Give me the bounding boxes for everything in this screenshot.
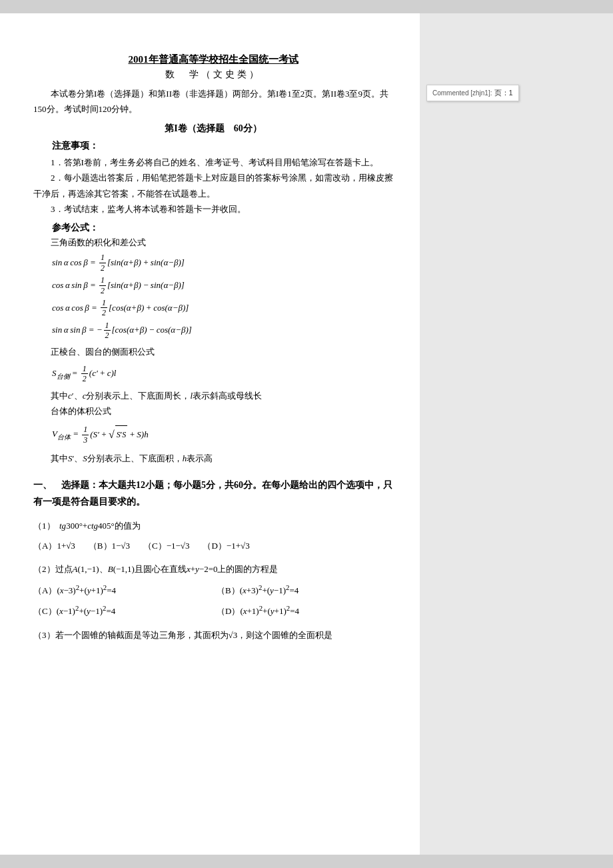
formula-2: cos α sin β = 1 2 [sin(α+β) − sin(α−β)] (52, 275, 393, 295)
comment-label: Commented [zhjn1]: (432, 89, 492, 97)
main-content: 2001年普通高等学校招生全国统一考试 数 学（文史类） 本试卷分第I卷（选择题… (0, 13, 420, 855)
v-formula-explain: 其中S′、S分别表示上、下底面积，h表示高 (33, 451, 393, 466)
main-section: 一、 选择题：本大题共12小题；每小题5分，共60分。在每小题给出的四个选项中，… (33, 477, 393, 643)
notice-3-text: 3．考试结束，监考人将本试卷和答题卡一并收回。 (51, 204, 246, 214)
intro-text: 本试卷分第I卷（选择题）和第II卷（非选择题）两部分。第I卷1至2页。第II卷3… (33, 86, 393, 117)
formula-3-rest: [cos(α+β) + cos(α−β)] (109, 299, 189, 318)
notice-item-2: 2．每小题选出答案后，用铅笔把答题卡上对应题目的答案标号涂黑，如需改动，用橡皮擦… (33, 170, 393, 201)
s-formula: S台侧 = 1 2 (c′ + c)l (52, 364, 393, 384)
frac-1: 1 2 (99, 253, 106, 273)
formula-2-text: cos α sin β = (52, 276, 98, 295)
sqrt-symbol: √ (109, 423, 115, 446)
s-formula-explain: 其中c′、c分别表示上、下底面周长，l表示斜高或母线长 (33, 388, 393, 403)
formula-2-rest: [sin(α+β) − sin(α−β)] (107, 276, 185, 295)
frac-3: 1 2 (101, 298, 107, 318)
frac-v: 1 3 (82, 425, 89, 445)
notice-1-text: 1．答第I卷前，考生务必将自己的姓名、准考证号、考试科目用铅笔涂写在答题卡上。 (51, 157, 378, 167)
formula-1-text: sin α cos β = (52, 253, 98, 273)
volume-formula: V台体 = 1 3 (S′ + √ S′S + S)h (52, 423, 393, 446)
s-formula-rest: (c′ + c)l (89, 364, 117, 383)
formula-1-rest: [sin(α+β) + sin(α−β)] (107, 253, 185, 273)
doc-subtitle: 数 学（文史类） (33, 69, 393, 81)
frac-s: 1 2 (81, 364, 88, 384)
formula-3-text: cos α cos β = (52, 299, 99, 318)
q2-options: （A）(x−3)2+(y+1)2=4 （B）(x+3)2+(y−1)2=4 （C… (33, 581, 393, 619)
q2-option-b: （B）(x+3)2+(y−1)2=4 (217, 581, 393, 599)
q2-text: （2）过点A(1,−1)、B(−1,1)且圆心在直线x+y−2=0上的圆的方程是 (33, 561, 393, 577)
sqrt-content: S′S (115, 425, 128, 443)
part1-title-text: 第I卷（选择题 60分） (165, 123, 261, 133)
formula-1: sin α cos β = 1 2 [sin(α+β) + sin(α−β)] (52, 253, 393, 273)
section-header-text: 一、 选择题：本大题共12小题；每小题5分，共60分。在每小题给出的四个选项中，… (33, 480, 392, 507)
v-formula-end: + S)h (127, 425, 148, 445)
q1-option-a: （A）1+√3 (33, 538, 75, 553)
question-3: （3）若一个圆锥的轴截面是等边三角形，其面积为√3，则这个圆锥的全面积是 (33, 627, 393, 643)
question-2: （2）过点A(1,−1)、B(−1,1)且圆心在直线x+y−2=0上的圆的方程是… (33, 561, 393, 619)
formula-4-rest: [cos(α+β) − cos(α−β)] (112, 321, 192, 340)
lateral-surface-desc: 正棱台、圆台的侧面积公式 (33, 344, 393, 359)
page-wrapper: 2001年普通高等学校招生全国统一考试 数 学（文史类） 本试卷分第I卷（选择题… (0, 13, 613, 855)
sqrt-wrapper: √ S′S (109, 423, 127, 446)
q3-text: （3）若一个圆锥的轴截面是等边三角形，其面积为√3，则这个圆锥的全面积是 (33, 627, 393, 643)
formula-4: sin α sin β = − 1 2 [cos(α+β) − cos(α−β)… (52, 321, 393, 341)
notice-title-text: 注意事项： (52, 141, 99, 151)
ref-subtitle: 三角函数的积化和差公式 (33, 237, 393, 249)
part1-title: 第I卷（选择题 60分） (33, 123, 393, 135)
notice-item-3: 3．考试结束，监考人将本试卷和答题卡一并收回。 (33, 201, 393, 217)
s-formula-text: S台侧 = (52, 364, 80, 384)
doc-title: 2001年普通高等学校招生全国统一考试 (33, 53, 393, 66)
intro-content: 本试卷分第I卷（选择题）和第II卷（非选择题）两部分。第I卷1至2页。第II卷3… (33, 89, 388, 114)
ref-subtitle-text: 三角函数的积化和差公式 (51, 237, 146, 247)
q2-option-d: （D）(x+1)2+(y+1)2=4 (217, 602, 393, 619)
formula-4-text: sin α sin β = − (52, 321, 103, 340)
formula-block: sin α cos β = 1 2 [sin(α+β) + sin(α−β)] … (52, 253, 393, 340)
q1-option-b: （B）1−√3 (89, 538, 130, 553)
title-text: 2001年普通高等学校招生全国统一考试 (129, 54, 299, 65)
v-formula: V台体 = 1 3 (S′ + √ S′S + S)h (52, 423, 393, 446)
frac-2: 1 2 (99, 275, 106, 295)
section-header: 一、 选择题：本大题共12小题；每小题5分，共60分。在每小题给出的四个选项中，… (33, 477, 393, 510)
formula-3: cos α cos β = 1 2 [cos(α+β) + cos(α−β)] (52, 298, 393, 318)
notice-item-1: 1．答第I卷前，考生务必将自己的姓名、准考证号、考试科目用铅笔涂写在答题卡上。 (33, 155, 393, 170)
subtitle-text: 数 学（文史类） (165, 69, 261, 79)
volume-desc: 台体的体积公式 (33, 403, 393, 419)
q1-text: （1） tg300°+ctg405°的值为 (33, 518, 393, 533)
lateral-surface-formula: S台侧 = 1 2 (c′ + c)l (52, 364, 393, 384)
comment-text: 页：1 (494, 89, 513, 97)
ref-title-text: 参考公式： (52, 223, 99, 233)
question-1: （1） tg300°+ctg405°的值为 （A）1+√3 （B）1−√3 （C… (33, 518, 393, 553)
ref-title: 参考公式： (33, 222, 393, 234)
q1-option-c: （C）−1−√3 (143, 538, 189, 553)
v-formula-rest: (S′ + (90, 425, 109, 445)
notice-2-text: 2．每小题选出答案后，用铅笔把答题卡上对应题目的答案标号涂黑，如需改动，用橡皮擦… (33, 173, 393, 198)
comment-box: Commented [zhjn1]: 页：1 (426, 85, 519, 101)
q1-options: （A）1+√3 （B）1−√3 （C）−1−√3 （D）−1+√3 (33, 538, 393, 553)
sidebar: Commented [zhjn1]: 页：1 (420, 13, 613, 855)
q2-option-a: （A）(x−3)2+(y+1)2=4 (33, 581, 210, 599)
q1-option-d: （D）−1+√3 (203, 538, 249, 553)
notice-title: 注意事项： (33, 140, 393, 152)
v-formula-text: V台体 = (52, 425, 81, 445)
q2-option-c: （C）(x−1)2+(y−1)2=4 (33, 602, 210, 619)
frac-4: 1 2 (104, 321, 111, 341)
